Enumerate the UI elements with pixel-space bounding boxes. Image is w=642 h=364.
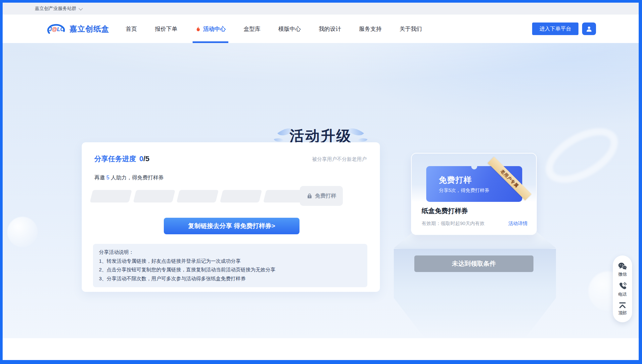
logo-mark-icon: J@LC bbox=[46, 21, 66, 36]
main-nav: 首页 报价下单 活动中心 盒型库 模版中心 我的设计 服务支持 关于我们 bbox=[126, 15, 422, 43]
page: 嘉立创产业服务站群 J@LC 嘉立创纸盒 首页 报价下单 活动中心 盒型库 模版… bbox=[3, 3, 639, 360]
locked-reward-label: 免费打样 bbox=[315, 193, 336, 200]
user-icon bbox=[585, 25, 593, 32]
copy-share-link-button[interactable]: 复制链接去分享 得免费打样券> bbox=[164, 218, 299, 234]
nav-item-my-designs[interactable]: 我的设计 bbox=[319, 15, 341, 43]
progress-segment bbox=[90, 190, 132, 203]
nav-item-box-library[interactable]: 盒型库 bbox=[244, 15, 260, 43]
phone-icon bbox=[618, 282, 627, 291]
locked-reward: 免费打样 bbox=[300, 186, 343, 206]
share-rule-3: 3、分享活动不限次数，用户可多次参与活动得多张纸盒免费打样券 bbox=[99, 274, 361, 283]
share-progress-header: 分享任务进度 0/5 bbox=[94, 154, 150, 163]
progress-bar bbox=[91, 190, 304, 203]
user-avatar-button[interactable] bbox=[582, 23, 596, 35]
progress-segment bbox=[133, 190, 175, 203]
nav-item-activity-center[interactable]: 活动中心 bbox=[195, 15, 226, 43]
progress-segment bbox=[176, 190, 218, 203]
share-rules-title: 分享活动说明： bbox=[99, 248, 361, 257]
progress-segment bbox=[263, 190, 305, 203]
progress-total: /5 bbox=[143, 155, 149, 163]
share-note: 被分享用户不分新老用户 bbox=[312, 156, 367, 162]
share-rules: 分享活动说明： 1、转发活动专属链接，好友点击链接并登录后记为一次成功分享 2、… bbox=[93, 244, 367, 287]
phone-label: 电话 bbox=[618, 292, 627, 297]
share-progress-title: 分享任务进度 bbox=[94, 154, 136, 163]
old-user-ribbon: 老用户专属 bbox=[488, 157, 531, 200]
wechat-icon bbox=[618, 262, 627, 270]
site-group-dropdown[interactable]: 嘉立创产业服务站群 bbox=[35, 6, 82, 12]
coupon-card: 免费打样 分享5次，得免费打样券 老用户专属 纸盒免费打样券 有效期：领取时起9… bbox=[411, 153, 537, 235]
activity-details-link[interactable]: 活动详情 bbox=[508, 220, 527, 227]
floating-contact-panel: 微信 电话 顶部 bbox=[613, 255, 632, 322]
enter-order-platform-button[interactable]: 进入下单平台 bbox=[532, 23, 578, 35]
coupon-banner: 免费打样 分享5次，得免费打样券 老用户专属 bbox=[426, 166, 522, 202]
coupon-name: 纸盒免费打样券 bbox=[422, 206, 468, 215]
wechat-contact[interactable]: 微信 bbox=[618, 262, 627, 277]
progress-segment bbox=[220, 190, 262, 203]
nav-item-home[interactable]: 首页 bbox=[126, 15, 137, 43]
back-to-top[interactable]: 顶部 bbox=[618, 302, 627, 316]
bottom-strip bbox=[3, 338, 639, 360]
coupon-validity: 有效期：领取时起90天内有效 bbox=[422, 220, 484, 227]
logo-text: 嘉立创纸盒 bbox=[69, 24, 109, 34]
nav-item-quote[interactable]: 报价下单 bbox=[155, 15, 177, 43]
progress-current: 0 bbox=[139, 155, 143, 163]
decor-bubble-left bbox=[7, 217, 38, 247]
coupon-footer: 有效期：领取时起90天内有效 活动详情 bbox=[422, 220, 527, 227]
nav-item-template-center[interactable]: 模版中心 bbox=[278, 15, 301, 43]
wechat-label: 微信 bbox=[618, 271, 627, 277]
share-task-card: 分享任务进度 0/5 被分享用户不分新老用户 再邀 5 人助力，得免费打样券 免… bbox=[82, 142, 380, 292]
invite-line: 再邀 5 人助力，得免费打样券 bbox=[94, 174, 164, 181]
share-rule-2: 2、点击分享按钮可复制您的专属链接，直接复制活动当前活动页链接为无效分享 bbox=[99, 265, 361, 274]
svg-text:J@LC: J@LC bbox=[49, 26, 64, 32]
logo[interactable]: J@LC 嘉立创纸盒 bbox=[46, 21, 109, 36]
chevron-down-icon bbox=[79, 6, 83, 10]
lock-icon bbox=[306, 193, 313, 199]
main-header: J@LC 嘉立创纸盒 首页 报价下单 活动中心 盒型库 模版中心 我的设计 服务… bbox=[3, 15, 639, 43]
back-to-top-icon bbox=[618, 302, 627, 309]
nav-item-service-support[interactable]: 服务支持 bbox=[359, 15, 382, 43]
nav-item-about-us[interactable]: 关于我们 bbox=[399, 15, 422, 43]
share-rule-1: 1、转发活动专属链接，好友点击链接并登录后记为一次成功分享 bbox=[99, 257, 361, 266]
coupon-subtitle: 分享5次，得免费打样券 bbox=[439, 187, 489, 194]
top-label: 顶部 bbox=[618, 310, 627, 316]
topbar: 嘉立创产业服务站群 bbox=[3, 3, 639, 15]
site-group-label: 嘉立创产业服务站群 bbox=[35, 6, 76, 12]
claim-condition-button[interactable]: 未达到领取条件 bbox=[414, 255, 533, 272]
flame-icon bbox=[195, 25, 201, 32]
phone-contact[interactable]: 电话 bbox=[618, 282, 627, 297]
coupon-notch bbox=[471, 163, 477, 169]
coupon-title: 免费打样 bbox=[439, 175, 472, 185]
